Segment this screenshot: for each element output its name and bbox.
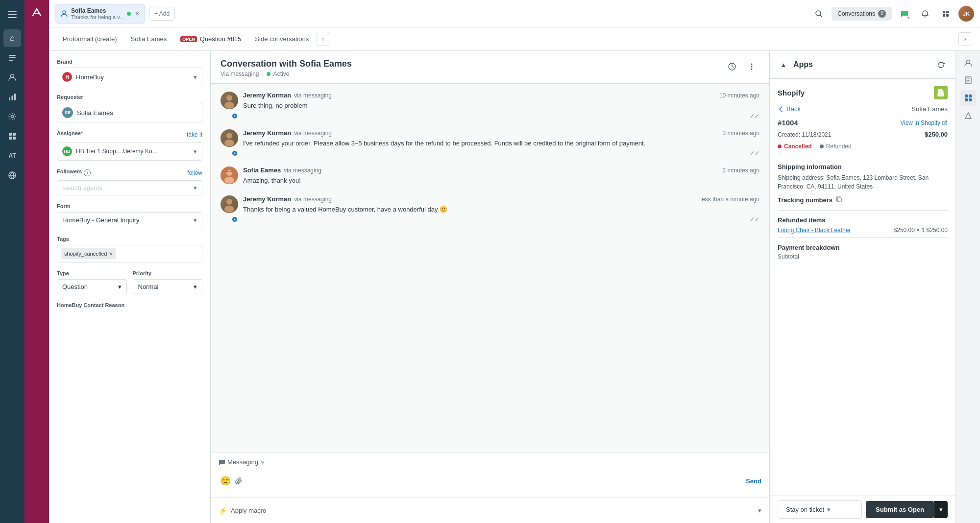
notifications-icon[interactable]	[917, 6, 933, 22]
type-dropdown[interactable]: Question ▾	[57, 279, 127, 294]
tab-protonmail[interactable]: Protonmail (create)	[57, 31, 123, 47]
message-channel: via messaging	[284, 167, 321, 174]
attachment-icon[interactable]	[232, 474, 246, 488]
conversation-subtitle: Via messaging | Active	[220, 71, 724, 77]
type-value: Question	[62, 283, 88, 290]
svg-rect-10	[9, 137, 12, 140]
assignee-dropdown[interactable]: HB HB:Tier 1 Supp... /Jeremy Ko... ▾	[57, 142, 202, 161]
contact-reason-field: HomeBuy Contact Reason	[57, 302, 202, 308]
tab-name: Sofia Eames	[71, 7, 124, 14]
tab-side-conversations[interactable]: Side conversations	[249, 31, 315, 47]
message-channel: via messaging	[294, 196, 332, 203]
left-panel: Brand H HomeBuy ▾ Requester SE Sofia Eam…	[49, 51, 211, 523]
submit-as-open-button[interactable]: Submit as Open	[866, 501, 934, 518]
search-icon[interactable]	[811, 6, 827, 22]
message-channel: via messaging	[294, 130, 332, 137]
nav-home[interactable]: ⌂	[3, 29, 21, 47]
priority-label: Priority	[133, 270, 203, 276]
brand-dropdown[interactable]: H HomeBuy ▾	[57, 68, 202, 86]
svg-rect-17	[946, 11, 949, 13]
tabs-bar: Protonmail (create) Sofia Eames OPEN Que…	[49, 27, 980, 51]
nav-globe[interactable]	[3, 166, 21, 184]
active-tab-sofia[interactable]: Sofia Eames Thanks for being a v... ✕	[55, 4, 145, 24]
tab-question[interactable]: OPEN Question #815	[174, 31, 247, 47]
nav-reports[interactable]	[3, 88, 21, 106]
hamburger-menu[interactable]	[3, 6, 21, 24]
zendesk-icon[interactable]	[960, 108, 976, 123]
chat-status-icon[interactable]	[897, 6, 912, 22]
send-button[interactable]: Send	[746, 477, 761, 485]
item-price: $250.00 × 1 $250.00	[894, 227, 948, 234]
grid-icon[interactable]	[938, 6, 954, 22]
messaging-channel-select[interactable]: Messaging	[219, 458, 265, 466]
submit-dropdown-arrow[interactable]: ▾	[934, 501, 948, 518]
follow-link[interactable]: follow	[187, 169, 202, 176]
collapse-apps-icon[interactable]: ▲	[778, 59, 789, 71]
svg-rect-8	[9, 133, 12, 136]
form-dropdown[interactable]: HomeBuy - General Inquiry ▾	[57, 212, 202, 228]
channel-separator: |	[262, 71, 264, 77]
brand-label: Brand	[57, 59, 202, 65]
svg-rect-9	[13, 133, 16, 136]
history-icon[interactable]	[724, 59, 740, 74]
user-profile-icon[interactable]	[960, 55, 976, 71]
stay-on-ticket-button[interactable]: Stay on ticket ▾	[778, 500, 862, 519]
requester-dropdown[interactable]: SE Sofia Eames	[57, 103, 202, 122]
nav-apps[interactable]	[3, 127, 21, 145]
requester-label: Requester	[57, 94, 202, 100]
document-icon[interactable]	[960, 72, 976, 88]
tags-label: Tags	[57, 236, 202, 242]
priority-dropdown[interactable]: Normal ▾	[133, 279, 203, 294]
search-agents-input[interactable]: search agents ▾	[57, 180, 202, 195]
add-tab-button[interactable]: + Add	[149, 7, 175, 21]
shipping-address: Shipping address: Sofia Eames, 123 Lomba…	[778, 173, 948, 191]
emoji-icon[interactable]: 🙂	[219, 474, 232, 488]
refresh-icon[interactable]	[934, 58, 948, 71]
nav-users[interactable]	[3, 69, 21, 86]
copy-tracking-icon[interactable]	[835, 196, 842, 204]
svg-rect-38	[965, 95, 968, 97]
form-dropdown-arrow: ▾	[194, 216, 197, 224]
svg-rect-13	[30, 6, 44, 20]
nav-at[interactable]: AT	[3, 147, 21, 165]
grid-apps-icon[interactable]	[960, 90, 976, 106]
tab-close-icon[interactable]: ✕	[135, 10, 140, 17]
tabs-more-button[interactable]: ›	[958, 32, 972, 46]
nav-settings[interactable]	[3, 108, 21, 125]
tag-remove-icon[interactable]: ✕	[109, 251, 113, 257]
message-read-check: ✓✓	[243, 216, 760, 223]
tracking-row: Tracking numbers	[778, 196, 948, 204]
conversations-button[interactable]: Conversations 0	[832, 7, 892, 21]
priority-arrow: ▾	[194, 283, 197, 290]
brand-field: Brand H HomeBuy ▾	[57, 59, 202, 86]
add-tab-icon[interactable]: +	[317, 32, 329, 46]
view-in-shopify-link[interactable]: View in Shopify	[900, 119, 948, 126]
svg-point-33	[224, 206, 234, 213]
assignee-value: HB:Tier 1 Supp... /Jeremy Ko...	[76, 148, 157, 155]
brand-sidebar	[24, 0, 49, 523]
conversations-label: Conversations	[837, 10, 875, 17]
apply-macro-bar[interactable]: ⚡ Apply macro ▾	[211, 498, 769, 523]
followers-info-icon[interactable]: i	[84, 169, 91, 176]
message-block: Sofia Eames via messaging 2 minutes ago …	[220, 166, 760, 186]
followers-label: Followers	[57, 168, 82, 174]
messaging-label-text: Messaging	[227, 458, 258, 466]
shopify-back-link[interactable]: Back	[778, 105, 801, 113]
nav-tickets[interactable]	[3, 49, 21, 67]
item-name-link[interactable]: Loung Chair - Black Leather	[778, 227, 851, 234]
order-number: #1004	[778, 119, 798, 127]
message-read-check: ✓✓	[243, 113, 760, 119]
created-date: Created: 11/18/2021	[778, 131, 831, 138]
tags-container[interactable]: shopify_cancelled ✕	[57, 245, 202, 262]
svg-point-22	[751, 66, 753, 68]
message-block: Jeremy Korman via messaging less than a …	[220, 195, 760, 223]
form-value: HomeBuy - General Inquiry	[62, 216, 140, 224]
assignee-dropdown-arrow: ▾	[194, 148, 197, 155]
tags-field: Tags shopify_cancelled ✕	[57, 236, 202, 262]
tab-sofia-eames[interactable]: Sofia Eames	[125, 31, 173, 47]
user-avatar[interactable]: JK	[958, 6, 974, 22]
bottom-action-bar: Stay on ticket ▾ Submit as Open ▾	[770, 496, 956, 523]
more-options-icon[interactable]	[744, 59, 760, 74]
take-it-link[interactable]: take it	[187, 131, 202, 138]
svg-point-7	[11, 116, 14, 118]
